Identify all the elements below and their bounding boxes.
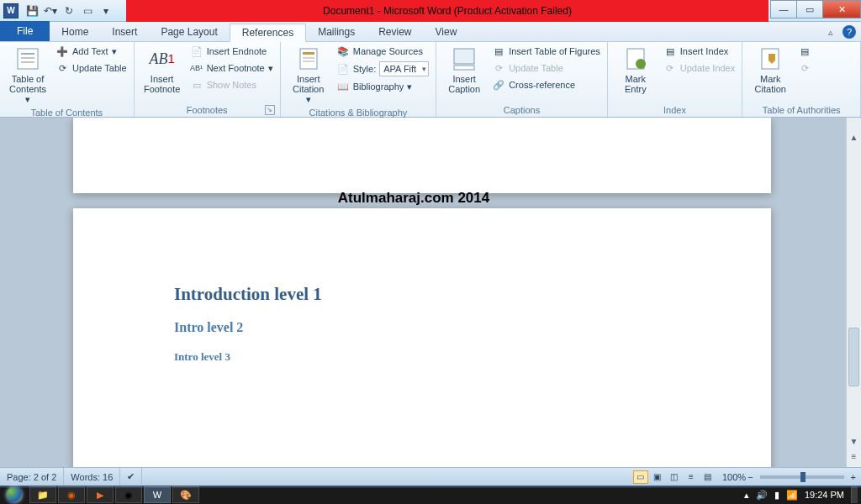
undo-button[interactable]: ↶▾ [42, 3, 59, 19]
zoom-slider[interactable] [760, 475, 844, 479]
toc-label: Table of Contents [9, 74, 46, 94]
insert-citation-button[interactable]: Insert Citation ▾ [286, 44, 331, 106]
taskbar-app[interactable]: 🎨 [172, 486, 199, 503]
page-container[interactable]: Atulmaharaj.com 2014 Introduction level … [0, 118, 844, 486]
vertical-scrollbar[interactable]: ▲ ▼ ≡ ● [846, 118, 861, 486]
bibliography-button[interactable]: 📖Bibliography ▾ [335, 79, 430, 94]
update-tof-icon: ⟳ [492, 61, 505, 75]
mark-citation-icon [757, 45, 784, 72]
update-toa-button: ⟳ [796, 60, 813, 76]
insert-tof-button[interactable]: ▤Insert Table of Figures [490, 44, 602, 59]
manage-sources-button[interactable]: 📚Manage Sources [335, 44, 430, 59]
tray-clock[interactable]: 19:24 PM [805, 490, 844, 500]
tray-signal-icon[interactable]: 📶 [786, 490, 798, 501]
view-web-layout[interactable]: ◫ [667, 470, 682, 484]
window-controls: — ▭ ✕ [771, 0, 861, 18]
system-tray: ▴ 🔊 ▮ 📶 19:24 PM [744, 486, 861, 503]
start-button[interactable] [0, 486, 29, 504]
tray-volume-icon[interactable]: 🔊 [756, 490, 768, 501]
page-1-bottom[interactable] [73, 118, 771, 193]
scroll-up-icon[interactable]: ▲ [847, 133, 861, 148]
close-button[interactable]: ✕ [822, 0, 861, 18]
next-footnote-button[interactable]: AB¹Next Footnote ▾ [188, 60, 275, 76]
endnote-icon: 📄 [190, 45, 203, 58]
view-print-layout[interactable]: ▭ [633, 470, 648, 484]
heading-1[interactable]: Introduction level 1 [174, 284, 771, 305]
save-button[interactable]: 💾 [24, 3, 40, 19]
redo-button[interactable]: ↻ [61, 3, 77, 19]
zoom-in-button[interactable]: + [851, 472, 856, 482]
scroll-thumb[interactable] [848, 328, 859, 386]
group-toc: Table of Contents ▾ ➕Add Text ▾ ⟳Update … [0, 42, 135, 117]
taskbar-firefox[interactable]: ◉ [58, 486, 85, 503]
taskbar-explorer[interactable]: 📁 [29, 486, 56, 503]
footnotes-dialog-launcher[interactable]: ↘ [265, 105, 275, 115]
mark-citation-button[interactable]: Mark Citation [747, 44, 793, 96]
tab-review[interactable]: Review [367, 23, 423, 41]
insert-index-button[interactable]: ▤Insert Index [662, 44, 737, 59]
cross-reference-button[interactable]: 🔗Cross-reference [490, 77, 602, 92]
update-toc-button[interactable]: ⟳Update Table [54, 60, 129, 76]
footnote-icon: AB1 [149, 45, 176, 72]
heading-3[interactable]: Intro level 3 [174, 350, 771, 364]
prev-page-icon[interactable]: ≡ [847, 452, 861, 467]
tab-page-layout[interactable]: Page Layout [149, 23, 229, 41]
table-of-contents-button[interactable]: Table of Contents ▾ [5, 44, 50, 106]
qat-customize[interactable]: ▾ [98, 3, 114, 19]
tray-show-hidden-icon[interactable]: ▴ [744, 490, 749, 501]
insert-toa-button[interactable]: ▤ [796, 44, 813, 59]
heading-2[interactable]: Intro level 2 [174, 320, 771, 335]
view-outline[interactable]: ≡ [684, 470, 699, 484]
group-toa: Mark Citation ▤ ⟳ Table of Authorities [742, 42, 861, 117]
proofing-icon: ✔ [127, 471, 135, 482]
taskbar-chrome[interactable]: ◉ [115, 486, 142, 503]
windows-orb-icon [6, 486, 23, 503]
qat-button[interactable]: ▭ [79, 3, 96, 19]
status-page[interactable]: Page: 2 of 2 [0, 468, 64, 486]
bibliography-icon: 📖 [336, 80, 350, 93]
toc-icon [14, 45, 41, 72]
tab-insert[interactable]: Insert [100, 23, 149, 41]
document-area: Atulmaharaj.com 2014 Introduction level … [0, 118, 861, 486]
zoom-out-button[interactable]: − [747, 472, 753, 482]
insert-endnote-button[interactable]: 📄Insert Endnote [188, 44, 275, 59]
update-index-icon: ⟳ [663, 61, 677, 75]
tab-mailings[interactable]: Mailings [306, 23, 367, 41]
status-words[interactable]: Words: 16 [64, 468, 120, 486]
tab-file[interactable]: File [0, 21, 50, 41]
zoom-handle[interactable] [800, 472, 806, 482]
tab-home[interactable]: Home [50, 23, 100, 41]
add-text-button[interactable]: ➕Add Text ▾ [54, 44, 129, 59]
help-button[interactable]: ? [843, 25, 856, 39]
maximize-button[interactable]: ▭ [796, 0, 823, 18]
group-label-toa: Table of Authorities [747, 103, 855, 117]
view-draft[interactable]: ▤ [700, 470, 716, 484]
add-text-icon: ➕ [55, 45, 69, 58]
caption-icon [451, 45, 478, 72]
status-proofing[interactable]: ✔ [120, 468, 142, 486]
view-full-screen[interactable]: ▣ [650, 470, 665, 484]
style-combo[interactable]: APA Fift [379, 61, 429, 76]
tab-references[interactable]: References [230, 24, 306, 42]
taskbar-mediaplayer[interactable]: ▶ [87, 486, 114, 503]
ribbon: Table of Contents ▾ ➕Add Text ▾ ⟳Update … [0, 42, 861, 118]
insert-caption-button[interactable]: Insert Caption [441, 44, 487, 96]
save-icon: 💾 [26, 5, 39, 17]
scroll-down-icon[interactable]: ▼ [847, 437, 861, 452]
insert-footnote-button[interactable]: AB1 Insert Footnote [140, 44, 185, 96]
word-app-icon: W [3, 3, 18, 18]
tab-view[interactable]: View [424, 23, 469, 41]
tof-icon: ▤ [492, 45, 505, 58]
minimize-ribbon-button[interactable]: ▵ [824, 25, 837, 39]
zoom-level[interactable]: 100% [722, 472, 746, 482]
page-2[interactable]: Introduction level 1 Intro level 2 Intro… [73, 208, 771, 486]
citation-style-select[interactable]: 📄Style: APA Fift [335, 60, 430, 77]
citation-icon [295, 45, 322, 72]
watermark-text: Atulmaharaj.com 2014 [0, 190, 827, 207]
toa-icon: ▤ [798, 45, 811, 58]
mark-entry-button[interactable]: Mark Entry [613, 44, 658, 96]
tray-network-icon[interactable]: ▮ [774, 490, 779, 501]
show-desktop-button[interactable] [851, 486, 858, 503]
taskbar-word[interactable]: W [144, 486, 171, 503]
minimize-button[interactable]: — [770, 0, 797, 18]
